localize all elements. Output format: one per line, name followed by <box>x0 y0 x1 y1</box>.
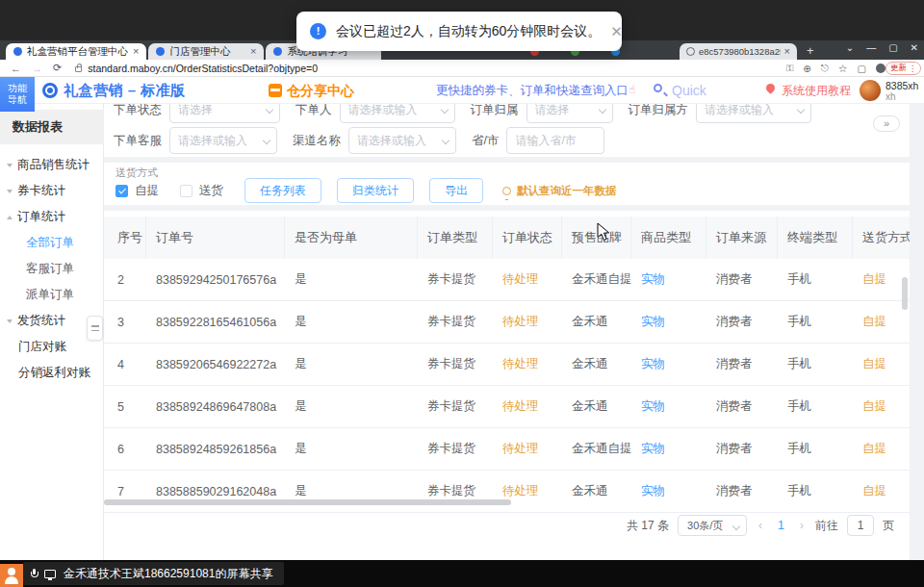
filter-select[interactable]: 请选择 <box>526 104 613 123</box>
table-row[interactable]: 783858859029162048a是券卡提货待处理金禾通实物消费者手机自提 <box>104 471 910 513</box>
cell-终端类型: 手机 <box>778 386 853 427</box>
lock-icon[interactable] <box>75 66 82 72</box>
filter-label: 下单人 <box>295 104 332 118</box>
screen: 礼盒营销平台管理中心×门店管理中心×系统培训学习 e8c573980b1328a… <box>0 0 924 587</box>
filter-select[interactable]: 请选择 <box>169 104 280 123</box>
checkbox-自提[interactable]: 自提 <box>116 183 159 199</box>
function-nav-button[interactable]: 功能 导航 <box>0 77 35 112</box>
tab-close-icon[interactable]: × <box>250 46 256 57</box>
goto-page-input[interactable] <box>847 515 874 536</box>
table-row[interactable]: 583858924869647808a是券卡提货待处理金禾通实物消费者手机自提 <box>104 386 910 428</box>
cell-序号: 7 <box>104 471 146 512</box>
checkbox-unchecked-icon[interactable] <box>180 185 192 197</box>
toolbar-button-导出[interactable]: 导出 <box>429 178 483 203</box>
sidebar-item-商品销售统计[interactable]: 商品销售统计 <box>0 152 104 178</box>
tab-close-icon[interactable]: × <box>784 46 790 57</box>
maximize-icon[interactable]: ▢ <box>888 42 897 53</box>
browser-tab-hash[interactable]: e8c573980b1328a258fd2e6f8 × <box>680 43 797 60</box>
column-header-订单类型[interactable]: 订单类型 <box>418 217 493 259</box>
vertical-scrollbar[interactable] <box>902 277 908 310</box>
reload-icon[interactable]: ⟳ <box>53 62 62 74</box>
sidebar-item-label: 客服订单 <box>26 261 74 277</box>
back-icon[interactable]: ← <box>11 63 21 74</box>
browser-profile-icon[interactable] <box>876 64 886 73</box>
cell-是否为母单: 是 <box>285 386 418 427</box>
column-header-预售品牌[interactable]: 预售品牌 <box>562 217 631 259</box>
column-header-订单来源[interactable]: 订单来源 <box>706 217 778 259</box>
browser-menu-icon[interactable]: ⋮ <box>909 64 916 73</box>
taskbar-app-icon[interactable] <box>0 564 23 587</box>
cell-是否为母单: 是 <box>285 301 418 343</box>
sidebar-item-券卡统计[interactable]: 券卡统计 <box>0 178 104 204</box>
sidebar-item-label: 派单订单 <box>26 287 74 303</box>
magnifier-icon <box>654 84 662 92</box>
toolbar-button-任务列表[interactable]: 任务列表 <box>244 178 321 203</box>
filter-select[interactable]: 请选择或输入 <box>169 127 277 154</box>
column-header-送货方式[interactable]: 送货方式 <box>853 217 910 259</box>
table-row[interactable]: 383859228165461056a是券卡提货待处理金禾通实物消费者手机自提 <box>104 301 910 344</box>
column-header-序号[interactable]: 序号 <box>104 217 146 259</box>
user-avatar[interactable] <box>860 80 881 101</box>
pagination-total: 共 17 条 <box>627 518 669 534</box>
cell-序号: 6 <box>104 428 146 470</box>
toast-close-icon[interactable]: ✕ <box>610 23 623 40</box>
minimize-icon[interactable]: — <box>866 42 876 53</box>
toolbar-button-归类统计[interactable]: 归类统计 <box>337 178 414 203</box>
table-row[interactable]: 683858924859261856a是券卡提货待处理金禾通自提实物消费者手机自… <box>104 428 910 471</box>
sidebar-item-订单统计[interactable]: 订单统计 <box>0 204 104 230</box>
filter-expand-button[interactable]: » <box>873 115 900 132</box>
column-header-终端类型[interactable]: 终端类型 <box>778 217 853 259</box>
table-row[interactable]: 283859294250176576a是券卡提货待处理金禾通自提实物消费者手机自… <box>104 259 910 301</box>
bookmark-star-icon[interactable]: ☆ <box>838 63 848 75</box>
checkbox-checked-icon[interactable] <box>116 185 128 197</box>
page-size-select[interactable]: 30条/页 <box>678 515 747 536</box>
key-icon[interactable]: ⚿ <box>786 63 794 74</box>
tutorial-link[interactable]: 系统使用教程 <box>782 77 851 104</box>
reading-list-icon[interactable]: ▢ <box>858 64 866 74</box>
share-center-link[interactable]: 仓分享中心 <box>287 77 354 104</box>
checkbox-送货[interactable]: 送货 <box>180 183 223 199</box>
share-icon[interactable]: ⎋ <box>821 63 829 74</box>
sidebar-item-分销返利对账[interactable]: 分销返利对账 <box>0 360 104 386</box>
quick-label[interactable]: Quick <box>672 77 706 104</box>
column-header-商品类型[interactable]: 商品类型 <box>631 217 706 259</box>
forward-icon[interactable]: → <box>32 63 42 74</box>
checkbox-label: 送货 <box>199 183 223 199</box>
table-row[interactable]: 483859206546922272a是券卡提货待处理金禾通实物消费者手机自提 <box>104 344 910 386</box>
cell-是否为母单: 是 <box>285 428 418 470</box>
quick-entry-text[interactable]: 更快捷的券卡、订单和快递查询入口 <box>436 77 629 104</box>
tab-close-icon[interactable]: × <box>133 46 139 57</box>
filter-select[interactable]: 请选择或输入 <box>696 104 811 123</box>
filter-select[interactable]: 请选择或输入 <box>348 127 456 154</box>
next-page-button[interactable]: › <box>797 519 807 532</box>
browser-tab[interactable]: 礼盒营销平台管理中心× <box>6 43 146 60</box>
browser-tab[interactable]: 门店管理中心× <box>148 43 264 60</box>
close-window-icon[interactable]: ✕ <box>911 42 918 53</box>
cell-商品类型: 实物 <box>631 344 706 385</box>
cell-订单类型: 券卡提货 <box>418 301 493 343</box>
filter-select[interactable]: 请选择或输入 <box>340 104 455 123</box>
sidebar-item-派单订单[interactable]: 派单订单 <box>0 282 104 308</box>
zoom-icon[interactable]: ⊕ <box>803 64 810 74</box>
horizontal-scrollbar[interactable] <box>104 499 511 505</box>
sidebar-item-客服订单[interactable]: 客服订单 <box>0 256 104 282</box>
page-unit-label: 页 <box>883 518 894 534</box>
cell-订单号: 83858924859261856a <box>146 428 285 470</box>
cell-订单类型: 券卡提货 <box>418 259 493 300</box>
cell-订单来源: 消费者 <box>706 428 778 470</box>
filter-input[interactable]: 请输入省/市 <box>506 127 604 154</box>
tab-title: 门店管理中心 <box>169 45 245 59</box>
chevron-down-icon <box>797 106 805 114</box>
tab-search-icon[interactable]: ⌄ <box>846 42 854 53</box>
browser-update-button[interactable]: 更新 ⋮ <box>886 62 921 75</box>
sidebar-item-label: 分销返利对账 <box>18 365 90 381</box>
prev-page-button[interactable]: ‹ <box>756 519 765 532</box>
column-header-订单状态[interactable]: 订单状态 <box>493 217 562 259</box>
new-tab-button[interactable]: + <box>807 44 814 58</box>
current-page[interactable]: 1 <box>774 519 788 532</box>
url-text[interactable]: standard.maboy.cn/OrderStatisticsDetail?… <box>88 63 318 74</box>
sidebar-item-全部订单[interactable]: 全部订单 <box>0 230 104 256</box>
sidebar-collapse-handle[interactable] <box>87 316 103 341</box>
column-header-是否为母单[interactable]: 是否为母单 <box>285 217 418 259</box>
column-header-订单号[interactable]: 订单号 <box>146 217 285 259</box>
